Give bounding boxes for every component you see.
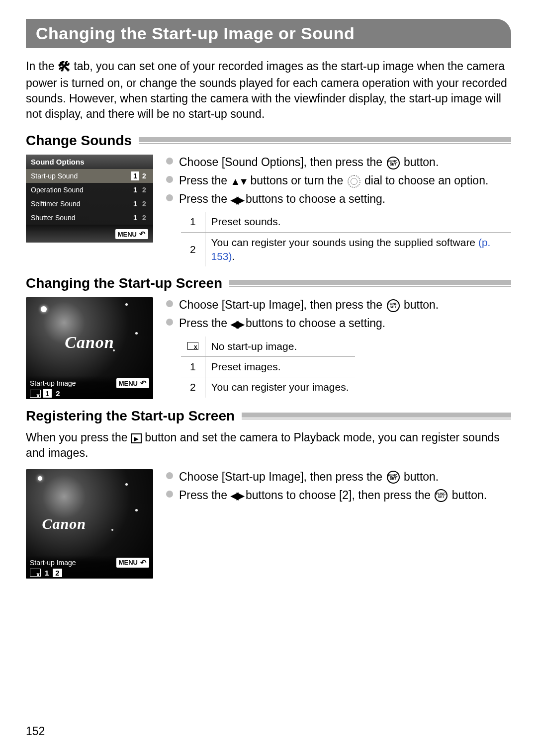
menu-back-tag: MENU↶	[115, 229, 148, 239]
option-selected: 1	[43, 389, 52, 398]
option: 1	[43, 569, 51, 577]
canon-logo: Canon	[42, 515, 86, 532]
left-right-arrows-icon: ◀▶	[231, 318, 243, 331]
no-image-icon	[30, 569, 41, 577]
control-dial-icon	[348, 175, 360, 188]
section-heading: Registering the Start-up Screen	[26, 408, 235, 424]
return-icon: ↶	[140, 558, 147, 567]
func-set-icon: FUNC.SET	[387, 157, 400, 169]
section-heading-row: Registering the Start-up Screen	[26, 408, 511, 424]
lcd-subtitle: Start-up Image	[30, 379, 76, 387]
return-icon: ↶	[139, 230, 146, 239]
func-set-icon: FUNC.SET	[387, 299, 400, 312]
page-title: Changing the Start-up Image or Sound	[26, 19, 511, 48]
up-down-arrows-icon: ▲▼	[231, 175, 248, 188]
lcd-startup-image: Canon Start-up Image MENU↶ 1 2	[26, 297, 153, 399]
sounds-table: 1Preset sounds. 2You can register your s…	[181, 212, 511, 266]
no-image-icon	[187, 342, 198, 350]
lcd-subtitle: Start-up Image	[30, 559, 76, 567]
instructions: Choose [Start-up Image], then press the …	[165, 469, 511, 506]
option: 2	[54, 389, 62, 398]
func-set-icon: FUNC.SET	[387, 471, 400, 484]
return-icon: ↶	[140, 379, 147, 388]
section-heading: Change Sounds	[26, 133, 132, 149]
tools-icon: 🛠	[58, 58, 71, 76]
lcd-sound-options: Sound Options Start-up Sound 12 Operatio…	[26, 155, 153, 243]
lcd-row-shutter-sound: Shutter Sound 12	[26, 211, 153, 225]
section-heading-row: Change Sounds	[26, 133, 511, 149]
register-intro: When you press the ▶ button and set the …	[26, 430, 511, 461]
menu-back-tag: MENU↶	[116, 378, 149, 388]
option-selected: 2	[53, 569, 62, 577]
instructions: Choose [Sound Options], then press the F…	[165, 155, 511, 266]
menu-back-tag: MENU↶	[116, 558, 149, 568]
lcd-row-operation-sound: Operation Sound 12	[26, 183, 153, 197]
func-set-icon: FUNC.SET	[435, 489, 448, 502]
left-right-arrows-icon: ◀▶	[231, 193, 243, 207]
canon-logo: Canon	[65, 333, 114, 352]
no-image-icon	[30, 390, 41, 398]
lcd-row-startup-sound: Start-up Sound 12	[26, 169, 153, 183]
intro-paragraph: In the 🛠 tab, you can set one of your re…	[26, 58, 511, 122]
page-number: 152	[26, 725, 45, 738]
playback-icon: ▶	[131, 433, 142, 443]
instructions: Choose [Start-up Image], then press the …	[165, 297, 511, 397]
left-right-arrows-icon: ◀▶	[231, 489, 243, 503]
startup-image-table: No start-up image. 1Preset images. 2You …	[181, 336, 355, 398]
section-heading: Changing the Start-up Screen	[26, 275, 222, 291]
lcd-row-selftimer-sound: Selftimer Sound 12	[26, 197, 153, 211]
lcd-title: Sound Options	[26, 155, 153, 169]
lcd-register-image: Canon Start-up Image MENU↶ 1 2	[26, 469, 153, 579]
section-heading-row: Changing the Start-up Screen	[26, 275, 511, 291]
